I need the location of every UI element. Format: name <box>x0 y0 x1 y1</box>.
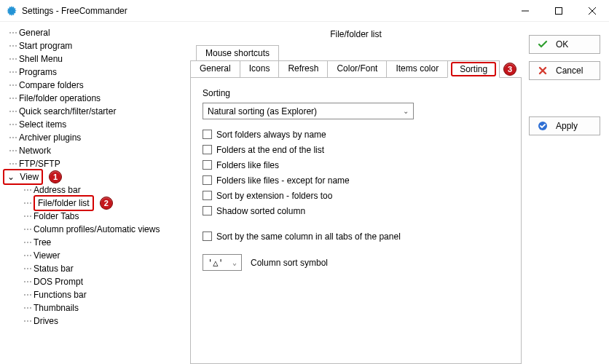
checkbox-shadow-sorted-column[interactable]: Shadow sorted column <box>203 203 509 218</box>
checkbox-sort-folders-by-name[interactable]: Sort folders always by name <box>203 127 509 142</box>
window-title: Settings - FreeCommander <box>22 6 127 16</box>
checkbox-same-column-all-tabs[interactable]: Sort by the same column in all tabs of t… <box>203 229 509 244</box>
tab-items-color[interactable]: Items color <box>386 60 448 78</box>
annotation-highlight-3: Sorting <box>451 62 496 76</box>
check-icon <box>537 39 549 50</box>
sorting-mode-dropdown[interactable]: Natural sorting (as Explorer) ⌄ <box>203 103 414 119</box>
tree-item-folder-tabs[interactable]: ⋯Folder Tabs <box>3 210 186 223</box>
window-maximize-button[interactable] <box>542 0 575 22</box>
svg-rect-2 <box>556 7 562 14</box>
tree-item-address-bar[interactable]: ⋯Address bar <box>3 183 186 197</box>
settings-tree: ⋯General ⋯Start program ⋯Shell Menu ⋯Pro… <box>0 22 186 364</box>
checkbox-icon <box>203 191 212 200</box>
panel-title: File/folder list <box>190 26 522 45</box>
tree-item-archiver-plugins[interactable]: ⋯Archiver plugins <box>3 131 186 144</box>
checkbox-folders-at-end[interactable]: Folders at the end of the list <box>203 142 509 157</box>
column-sort-symbol-dropdown[interactable]: '△' ⌄ <box>203 254 242 271</box>
tree-item-viewer[interactable]: ⋯Viewer <box>3 249 186 262</box>
tree-item-thumbnails[interactable]: ⋯Thumbnails <box>3 301 186 314</box>
settings-main-panel: File/folder list Mouse shortcuts General… <box>186 22 529 364</box>
apply-button[interactable]: Apply <box>529 116 600 135</box>
dialog-buttons: OK Cancel Apply <box>529 22 609 364</box>
window-close-button[interactable] <box>575 0 609 22</box>
window-minimize-button[interactable] <box>508 0 542 22</box>
tab-mouse-shortcuts[interactable]: Mouse shortcuts <box>196 45 279 60</box>
tab-general[interactable]: General <box>190 60 240 78</box>
tree-item-drives[interactable]: ⋯Drives <box>3 314 186 328</box>
tab-sorting[interactable]: Sorting <box>447 60 500 78</box>
tree-item-general[interactable]: ⋯General <box>3 26 186 39</box>
tree-item-programs[interactable]: ⋯Programs <box>3 66 186 79</box>
tab-content-sorting: Sorting Natural sorting (as Explorer) ⌄ … <box>190 77 522 364</box>
dropdown-value: Natural sorting (as Explorer) <box>208 106 317 116</box>
checkbox-icon <box>203 206 212 215</box>
checkbox-folders-like-files[interactable]: Folders like files <box>203 157 509 173</box>
annotation-badge-1: 1 <box>49 170 62 183</box>
annotation-highlight-1: ⌄ View <box>3 169 43 185</box>
chevron-down-icon: ⌄ <box>232 258 237 266</box>
annotation-badge-2: 2 <box>100 197 113 210</box>
tree-item-functions-bar[interactable]: ⋯Functions bar <box>3 288 186 301</box>
chevron-down-icon: ⌄ <box>403 107 409 115</box>
window-titlebar: Settings - FreeCommander <box>0 0 609 22</box>
tree-item-shell-menu[interactable]: ⋯Shell Menu <box>3 52 186 66</box>
checkbox-folders-like-files-except-name[interactable]: Folders like files - except for name <box>203 173 509 188</box>
cancel-button[interactable]: Cancel <box>529 61 600 80</box>
checkbox-icon <box>203 160 212 170</box>
tree-item-select-items[interactable]: ⋯Select items <box>3 118 186 131</box>
sorting-group-label: Sorting <box>203 88 509 98</box>
annotation-highlight-2: File/folder list <box>34 195 94 211</box>
chevron-down-icon: ⌄ <box>7 170 15 183</box>
tree-item-tree[interactable]: ⋯Tree <box>3 236 186 249</box>
apply-icon <box>537 121 549 131</box>
tree-item-dos-prompt[interactable]: ⋯DOS Prompt <box>3 275 186 288</box>
x-icon <box>537 66 549 75</box>
tree-item-file-folder-operations[interactable]: ⋯File/folder operations <box>3 92 186 105</box>
tab-icons[interactable]: Icons <box>240 60 280 78</box>
tree-item-file-folder-list[interactable]: ⋯ File/folder list 2 <box>3 197 186 210</box>
checkbox-icon <box>203 232 212 241</box>
tab-color-font[interactable]: Color/Font <box>327 60 387 78</box>
ok-button[interactable]: OK <box>529 35 600 54</box>
checkbox-icon <box>203 145 212 154</box>
tab-refresh[interactable]: Refresh <box>278 60 328 78</box>
tree-item-status-bar[interactable]: ⋯Status bar <box>3 262 186 275</box>
tree-item-compare-folders[interactable]: ⋯Compare folders <box>3 79 186 92</box>
tree-item-column-profiles[interactable]: ⋯Column profiles/Automatic views <box>3 223 186 236</box>
annotation-badge-3: 3 <box>503 63 516 76</box>
tree-item-quick-search[interactable]: ⋯Quick search/filter/starter <box>3 105 186 118</box>
tree-item-network[interactable]: ⋯Network <box>3 144 186 157</box>
checkbox-sort-by-extension[interactable]: Sort by extension - folders too <box>203 188 509 203</box>
checkbox-icon <box>203 175 212 185</box>
tree-item-view[interactable]: ⌄ View 1 <box>3 170 186 183</box>
gear-icon <box>6 5 17 17</box>
checkbox-icon <box>203 130 212 139</box>
column-sort-symbol-label: Column sort symbol <box>251 258 328 268</box>
tree-item-start-program[interactable]: ⋯Start program <box>3 39 186 52</box>
